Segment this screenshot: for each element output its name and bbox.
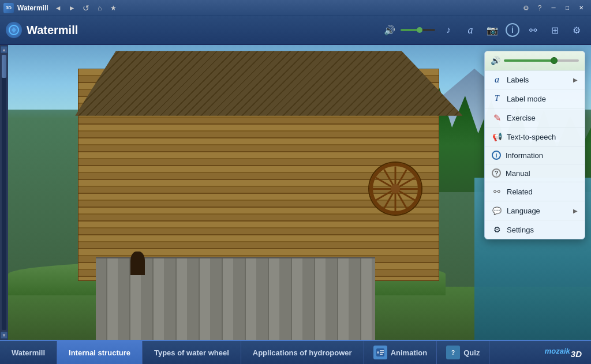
labels-label: Labels: [507, 76, 568, 84]
bottom-tabs: Watermill Internal structure Types of wa…: [0, 340, 591, 364]
tab-quiz[interactable]: ? Quiz: [437, 341, 489, 364]
settings-gear-button[interactable]: ⚙: [568, 22, 585, 38]
water-wheel: [369, 163, 421, 215]
label-mode-label: Label mode: [507, 95, 578, 103]
maximize-button[interactable]: □: [561, 3, 574, 13]
menu-item-label-mode[interactable]: T Label mode: [485, 89, 585, 108]
menu-volume-icon: 🔊: [491, 56, 500, 65]
quiz-icon: ?: [446, 346, 460, 359]
tab-watermill[interactable]: Watermill: [0, 341, 57, 364]
svg-rect-4: [380, 352, 384, 353]
branding-text: mozaik3D: [545, 347, 582, 359]
nav-home-button[interactable]: ⌂: [93, 2, 106, 14]
camera-button[interactable]: 📷: [484, 22, 501, 38]
italic-label-button[interactable]: a: [462, 22, 479, 38]
menu-item-related[interactable]: ⚯ Related: [485, 182, 585, 201]
titlebar-nav: ◄ ► ↺ ⌂ ★: [52, 2, 120, 14]
brand-3d: mozaik: [545, 347, 570, 355]
menu-volume-slider[interactable]: [504, 59, 579, 62]
settings-menu-icon: ⚙: [492, 224, 502, 235]
tts-label: Text-to-speech: [507, 133, 578, 141]
nav-bookmark-button[interactable]: ★: [107, 2, 120, 14]
wheel-hub: [391, 184, 400, 193]
settings-button[interactable]: ⚙: [519, 2, 532, 14]
toolbar-logo: [6, 22, 22, 38]
menu-volume-row: 🔊: [485, 51, 585, 70]
menu-item-settings[interactable]: ⚙ Settings: [485, 220, 585, 239]
grid-button[interactable]: ⊞: [546, 22, 563, 38]
volume-slider[interactable]: [401, 29, 435, 31]
exercise-icon: ✎: [492, 112, 502, 123]
volume-control: 🔊: [381, 22, 435, 38]
exercise-label: Exercise: [507, 114, 578, 122]
settings-label: Settings: [507, 226, 578, 234]
label-mode-icon: T: [492, 93, 502, 104]
labels-arrow: ▶: [573, 77, 578, 83]
link-button[interactable]: ⚯: [524, 22, 541, 38]
toolbar: Watermill 🔊 ♪ a 📷 i ⚯ ⊞ ⚙: [0, 16, 591, 45]
tts-icon: 📢: [492, 132, 502, 142]
tab-animation[interactable]: Animation: [364, 341, 437, 364]
menu-item-labels[interactable]: a Labels ▶: [485, 70, 585, 89]
related-label: Related: [507, 187, 578, 196]
scroll-down-arrow[interactable]: ▼: [1, 332, 8, 339]
nav-forward-button[interactable]: ►: [66, 2, 78, 14]
roof: [55, 51, 463, 115]
manual-label: Manual: [506, 169, 578, 178]
toolbar-title-text: Watermill: [27, 24, 78, 37]
scroll-up-arrow[interactable]: ▲: [1, 46, 8, 53]
information-label: Information: [506, 151, 578, 160]
language-arrow: ▶: [573, 208, 578, 214]
wheel-area: [369, 163, 498, 280]
tab-types-of-water-wheel[interactable]: Types of water wheel: [143, 341, 241, 364]
app-title: Watermill: [17, 4, 48, 12]
menu-item-manual[interactable]: ? Manual: [485, 164, 585, 182]
menu-item-exercise[interactable]: ✎ Exercise: [485, 108, 585, 127]
volume-thumb[interactable]: [417, 27, 422, 33]
toolbar-title: Watermill: [6, 22, 381, 38]
help-button[interactable]: ?: [533, 2, 546, 14]
info-button[interactable]: i: [506, 23, 519, 37]
svg-rect-5: [380, 354, 383, 355]
toolbar-controls: 🔊 ♪ a 📷 i ⚯ ⊞ ⚙: [381, 22, 585, 38]
menu-item-text-to-speech[interactable]: 📢 Text-to-speech: [485, 127, 585, 147]
branding: mozaik3D: [536, 341, 591, 364]
figure: [130, 252, 145, 275]
volume-icon-button[interactable]: 🔊: [381, 22, 398, 38]
scroll-thumb[interactable]: [2, 55, 6, 78]
language-label: Language: [507, 207, 568, 215]
nav-back-button[interactable]: ◄: [52, 2, 65, 14]
svg-point-2: [377, 351, 379, 354]
manual-icon: ?: [492, 168, 501, 178]
svg-text:?: ?: [451, 350, 455, 356]
dropdown-menu: 🔊 a Labels ▶ T Label mode ✎ Exercise 📢 T…: [484, 51, 585, 239]
related-icon: ⚯: [492, 186, 502, 197]
language-icon: 💬: [492, 205, 502, 216]
tab-internal-structure[interactable]: Internal structure: [57, 341, 143, 364]
svg-rect-3: [380, 350, 384, 351]
nav-refresh-button[interactable]: ↺: [80, 2, 92, 14]
scroll-track[interactable]: [2, 55, 6, 330]
menu-item-information[interactable]: i Information: [485, 147, 585, 164]
tab-applications-of-hydropower[interactable]: Applications of hydropower: [241, 341, 364, 364]
animation-icon: [373, 346, 387, 359]
close-button[interactable]: ✕: [575, 3, 588, 13]
left-scrollbar[interactable]: ▲ ▼: [0, 45, 8, 340]
music-button[interactable]: ♪: [440, 22, 457, 38]
app-icon: 3D: [3, 3, 14, 13]
minimize-button[interactable]: ─: [547, 3, 560, 13]
information-icon: i: [492, 151, 501, 160]
titlebar-controls: ⚙ ? ─ □ ✕: [519, 2, 588, 14]
labels-icon: a: [492, 74, 502, 85]
titlebar-left: 3D Watermill ◄ ► ↺ ⌂ ★: [3, 2, 120, 14]
main-content: ▲ ▼: [0, 45, 591, 340]
menu-item-language[interactable]: 💬 Language ▶: [485, 201, 585, 220]
titlebar: 3D Watermill ◄ ► ↺ ⌂ ★ ⚙ ? ─ □ ✕: [0, 0, 591, 16]
menu-volume-thumb[interactable]: [551, 57, 558, 64]
